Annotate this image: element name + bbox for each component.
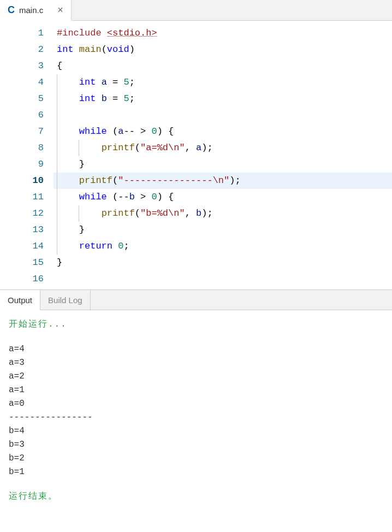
token-inc: <stdio.h> xyxy=(107,28,157,38)
token-punct: , xyxy=(185,143,196,153)
token-var: b xyxy=(196,208,201,218)
code-line[interactable] xyxy=(54,107,392,123)
token-punct: } xyxy=(57,159,85,169)
token-punct xyxy=(57,175,79,186)
token-punct: ( xyxy=(135,208,140,218)
code-line[interactable]: printf("a=%d\n", a); xyxy=(54,140,392,156)
token-punct xyxy=(135,192,140,202)
token-type: void xyxy=(107,44,129,55)
token-punct xyxy=(135,126,140,137)
close-icon[interactable]: × xyxy=(57,4,63,16)
token-kw: return xyxy=(79,241,112,251)
line-number: 1 xyxy=(0,25,44,42)
token-op: > xyxy=(140,192,146,202)
code-line[interactable]: int main(void) xyxy=(54,42,392,58)
token-punct xyxy=(146,192,151,202)
code-line[interactable]: } xyxy=(54,222,392,238)
token-str: "b=%d xyxy=(140,208,168,218)
output-line: b=1 xyxy=(9,465,383,479)
tab-output[interactable]: Output xyxy=(0,290,40,310)
token-type: int xyxy=(57,44,74,55)
token-fn: printf xyxy=(102,143,135,153)
token-num: 0 xyxy=(151,192,157,202)
token-punct: } xyxy=(57,257,62,268)
token-punct: ) xyxy=(129,44,135,55)
token-punct: ) { xyxy=(157,126,174,137)
token-punct xyxy=(96,77,101,87)
file-tab-label: main.c xyxy=(19,5,43,15)
code-editor[interactable]: 12345678910111213141516 #include <stdio.… xyxy=(0,21,392,289)
tab-build-log[interactable]: Build Log xyxy=(40,290,91,310)
line-number: 8 xyxy=(0,140,44,156)
code-line[interactable]: #include <stdio.h> xyxy=(54,25,392,42)
code-line[interactable] xyxy=(54,271,392,287)
token-punct: ; xyxy=(123,241,129,251)
token-str: " xyxy=(179,143,185,153)
line-number: 3 xyxy=(0,58,44,74)
token-kw: while xyxy=(79,126,107,137)
token-punct: } xyxy=(57,224,85,235)
token-punct xyxy=(57,93,79,104)
token-fn: printf xyxy=(102,208,135,218)
code-line[interactable]: while (--b > 0) { xyxy=(54,189,392,205)
token-punct xyxy=(74,44,79,55)
token-punct: ( xyxy=(135,143,140,153)
token-str: "a=%d xyxy=(140,143,168,153)
file-tab-main-c[interactable]: C main.c × xyxy=(0,0,72,21)
token-punct: ); xyxy=(201,143,212,153)
token-str: " xyxy=(179,208,185,218)
code-line[interactable]: printf("b=%d\n", b); xyxy=(54,205,392,222)
code-line[interactable]: } xyxy=(54,255,392,271)
token-num: 0 xyxy=(151,126,157,137)
token-punct: , xyxy=(185,208,196,218)
line-number: 14 xyxy=(0,238,44,255)
token-punct xyxy=(57,192,79,202)
c-file-icon: C xyxy=(8,4,15,16)
token-punct: ( xyxy=(112,175,118,186)
line-number: 7 xyxy=(0,123,44,140)
code-line[interactable]: int b = 5; xyxy=(54,91,392,107)
token-punct: ; xyxy=(129,77,135,87)
output-line: a=4 xyxy=(9,342,383,356)
line-number: 6 xyxy=(0,107,44,123)
token-punct xyxy=(57,126,79,137)
output-line: b=2 xyxy=(9,452,383,465)
code-line[interactable]: return 0; xyxy=(54,238,392,255)
line-number: 15 xyxy=(0,255,44,271)
code-line[interactable]: int a = 5; xyxy=(54,74,392,91)
line-number: 12 xyxy=(0,205,44,222)
code-line[interactable]: while (a-- > 0) { xyxy=(54,123,392,140)
line-number-gutter: 12345678910111213141516 xyxy=(0,21,54,289)
output-line: a=3 xyxy=(9,356,383,370)
output-line: a=2 xyxy=(9,370,383,383)
token-var: a xyxy=(196,143,201,153)
token-punct: { xyxy=(57,61,62,71)
token-punct xyxy=(146,126,151,137)
token-punct: ; xyxy=(129,93,135,104)
token-punct: ( xyxy=(107,192,118,202)
token-var: a xyxy=(102,77,107,87)
token-punct: ( xyxy=(102,44,107,55)
output-lines: a=4a=3a=2a=1a=0----------------b=4b=3b=2… xyxy=(9,342,383,479)
code-area[interactable]: #include <stdio.h>int main(void){ int a … xyxy=(54,21,392,289)
output-line: a=0 xyxy=(9,397,383,411)
code-line[interactable]: { xyxy=(54,58,392,74)
token-str: " xyxy=(224,175,229,186)
token-punct xyxy=(96,93,101,104)
code-line[interactable]: printf("----------------\n"); xyxy=(54,173,392,189)
token-punct xyxy=(57,77,79,87)
output-end-msg: 运行结束。 xyxy=(9,490,383,504)
token-punct: ) { xyxy=(157,192,174,202)
output-line: a=1 xyxy=(9,383,383,397)
token-op: = xyxy=(112,93,118,104)
token-punct xyxy=(112,241,118,251)
token-punct xyxy=(57,241,79,251)
token-fn: main xyxy=(79,44,102,55)
line-number: 16 xyxy=(0,271,44,287)
token-type: int xyxy=(79,93,96,104)
token-op: > xyxy=(140,126,146,137)
line-number: 10 xyxy=(0,173,44,189)
code-line[interactable]: } xyxy=(54,156,392,173)
token-punct xyxy=(107,93,112,104)
token-op: -- xyxy=(118,192,129,202)
